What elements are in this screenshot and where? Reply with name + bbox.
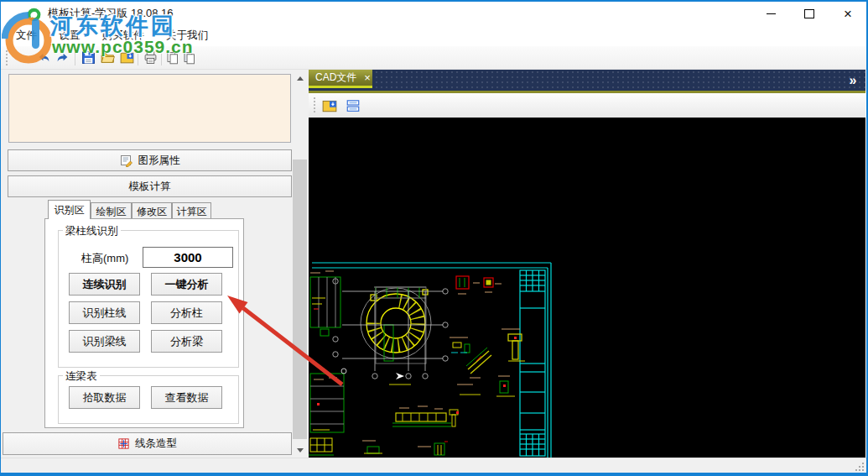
arrow-up-icon — [297, 76, 304, 81]
close-button[interactable]: × — [829, 2, 867, 25]
copy-icon — [166, 51, 179, 65]
status-bar — [1, 458, 866, 473]
tab-modify[interactable]: 修改区 — [132, 202, 172, 219]
toolbar-grip[interactable] — [6, 50, 9, 65]
button-label: 拾取数据 — [83, 390, 127, 405]
maximize-button[interactable] — [790, 2, 829, 25]
button-label: 识别柱线 — [83, 306, 127, 321]
maximize-icon — [804, 9, 814, 18]
beam-column-group: 梁柱线识别 柱高(mm) 连续识别 一键分析 识别柱线 分析柱 识别梁线 分析梁 — [58, 230, 239, 368]
button-label: 识别梁线 — [83, 334, 127, 349]
analyze-column-button[interactable]: 分析柱 — [151, 301, 222, 324]
bottom-details — [362, 373, 459, 455]
paste-icon — [183, 51, 196, 65]
drawing-frame — [312, 263, 551, 458]
cad-layers-button[interactable] — [344, 96, 362, 115]
column-height-input[interactable] — [143, 247, 233, 268]
spiral-stair-plan — [361, 287, 431, 364]
window-title: 模板计算-学习版 18.08.16 — [48, 2, 174, 25]
panel-scrollbar[interactable] — [293, 71, 307, 458]
paste-button[interactable] — [181, 48, 198, 67]
menu-bar: 文件 设置 购买软件 关于我们 — [1, 25, 866, 46]
export-image-icon — [322, 98, 337, 113]
pick-data-button[interactable]: 拾取数据 — [69, 386, 140, 409]
menu-buy[interactable]: 购买软件 — [95, 25, 152, 46]
minimize-icon — [767, 13, 776, 14]
export-image-icon — [120, 50, 134, 65]
cad-tab-bar: CAD文件 × — [309, 70, 865, 91]
beam-table-group: 连梁表 拾取数据 查看数据 — [58, 375, 239, 424]
cad-toolbar — [309, 93, 865, 118]
one-key-analyze-button[interactable]: 一键分析 — [151, 273, 222, 296]
cad-export-image-button[interactable] — [320, 96, 339, 115]
tab-label: 识别区 — [55, 204, 85, 216]
menu-about[interactable]: 关于我们 — [159, 25, 216, 46]
window-border — [0, 0, 1, 476]
properties-icon — [120, 154, 133, 167]
recognize-beam-line-button[interactable]: 识别梁线 — [69, 330, 140, 353]
minimize-button[interactable] — [751, 2, 790, 25]
scroll-down-button[interactable] — [293, 443, 307, 458]
print-icon — [143, 50, 158, 65]
undo-icon — [37, 50, 51, 65]
tab-calculate[interactable]: 计算区 — [172, 202, 211, 219]
toolbar-separator — [138, 50, 138, 65]
undo-button[interactable] — [34, 48, 53, 67]
line-style-label: 线条造型 — [135, 437, 177, 451]
button-label: 一键分析 — [165, 277, 209, 292]
print-button[interactable] — [141, 48, 159, 67]
view-data-button[interactable]: 查看数据 — [151, 386, 222, 409]
button-label: 查看数据 — [165, 390, 209, 405]
tab-recognition[interactable]: 识别区 — [48, 200, 91, 219]
button-label: 分析柱 — [170, 306, 203, 321]
toolbar-separator — [161, 50, 162, 65]
window-border — [0, 0, 868, 2]
cad-viewport[interactable] — [309, 118, 865, 458]
template-calc-label: 模板计算 — [129, 180, 171, 194]
preview-box[interactable] — [8, 74, 291, 143]
layers-icon — [346, 98, 361, 113]
group-title: 梁柱线识别 — [63, 226, 121, 236]
right-details — [450, 276, 525, 396]
resize-grip[interactable] — [853, 460, 865, 472]
export-image-button[interactable] — [117, 48, 136, 67]
open-folder-icon — [101, 50, 115, 65]
tab-overflow-chevron[interactable]: » — [843, 72, 863, 88]
window-border — [0, 473, 868, 476]
tab-close-icon[interactable]: × — [364, 73, 371, 83]
save-icon — [81, 50, 96, 65]
recognition-tab-page: 梁柱线识别 柱高(mm) 连续识别 一键分析 识别柱线 分析柱 识别梁线 分析梁… — [44, 218, 244, 428]
tab-label: 绘制区 — [96, 206, 127, 217]
app-icon — [27, 8, 41, 22]
menu-file[interactable]: 文件 — [8, 25, 44, 46]
arrow-down-icon — [297, 448, 304, 452]
grid-icon — [117, 437, 130, 450]
recognize-column-line-button[interactable]: 识别柱线 — [69, 301, 140, 324]
cad-tab-label: CAD文件 — [315, 71, 356, 85]
tab-cad-file[interactable]: CAD文件 × — [309, 70, 372, 88]
button-label: 连续识别 — [83, 277, 127, 292]
left-panel: 图形属性 模板计算 识别区 绘制区 修改区 计算区 梁柱线识别 柱高(mm) 连… — [1, 70, 309, 458]
analyze-beam-button[interactable]: 分析梁 — [151, 330, 222, 353]
graphic-properties-button[interactable]: 图形属性 — [8, 149, 292, 171]
group-title: 连梁表 — [63, 371, 100, 381]
left-details — [309, 271, 346, 455]
toolbar-separator — [75, 50, 75, 65]
redo-button[interactable] — [53, 48, 71, 67]
cad-toolbar-grip[interactable] — [314, 97, 317, 112]
menu-settings[interactable]: 设置 — [51, 25, 87, 46]
save-button[interactable] — [79, 48, 97, 67]
scroll-up-button[interactable] — [293, 71, 307, 86]
tab-label: 计算区 — [177, 206, 207, 217]
template-calc-button[interactable]: 模板计算 — [8, 175, 292, 197]
redo-icon — [55, 50, 70, 65]
continuous-recognize-button[interactable]: 连续识别 — [69, 273, 140, 296]
scrollbar-thumb[interactable] — [293, 160, 307, 439]
tab-draw[interactable]: 绘制区 — [91, 202, 132, 219]
cad-drawing — [309, 118, 865, 458]
copy-button[interactable] — [164, 48, 181, 67]
main-toolbar: White — [1, 46, 866, 70]
open-folder-button[interactable] — [98, 48, 117, 67]
column-height-label: 柱高(mm) — [81, 251, 128, 266]
line-style-button[interactable]: 线条造型 — [3, 432, 292, 455]
